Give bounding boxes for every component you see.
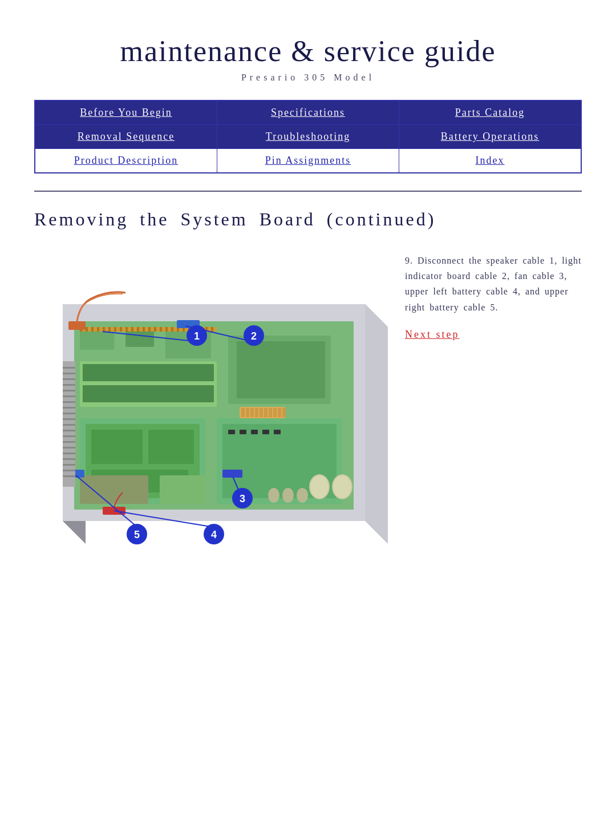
svg-rect-60 xyxy=(63,378,75,380)
nav-cell-removal-sequence: Removal Sequence xyxy=(35,125,217,149)
svg-rect-67 xyxy=(63,418,75,420)
nav-link-pin-assignments[interactable]: Pin Assignments xyxy=(265,155,351,166)
svg-rect-93 xyxy=(273,408,277,417)
svg-rect-86 xyxy=(241,408,245,417)
svg-rect-90 xyxy=(260,408,263,417)
svg-rect-69 xyxy=(63,430,75,431)
svg-rect-16 xyxy=(91,327,94,332)
nav-cell-index: Index xyxy=(399,149,581,173)
svg-rect-15 xyxy=(86,327,88,332)
header: maintenance & service guide Presario 305… xyxy=(34,34,582,83)
svg-rect-95 xyxy=(282,408,286,417)
svg-text:4: 4 xyxy=(211,529,217,540)
instruction-panel: 9. Disconnect the speaker cable 1, light… xyxy=(405,247,582,341)
svg-text:1: 1 xyxy=(194,330,200,342)
nav-link-product-description[interactable]: Product Description xyxy=(74,155,178,166)
svg-rect-47 xyxy=(228,430,235,434)
nav-cell-before-you-begin: Before You Begin xyxy=(35,100,217,125)
svg-rect-73 xyxy=(63,453,75,454)
subtitle: Presario 305 Model xyxy=(34,72,582,83)
svg-rect-20 xyxy=(114,327,116,332)
svg-rect-63 xyxy=(63,395,75,397)
svg-point-82 xyxy=(268,488,279,503)
nav-link-index[interactable]: Index xyxy=(476,155,505,166)
instruction-number: 9. xyxy=(405,256,418,265)
svg-rect-40 xyxy=(91,430,143,464)
section-divider xyxy=(34,191,582,192)
svg-rect-61 xyxy=(63,384,75,386)
svg-rect-68 xyxy=(63,424,75,426)
svg-rect-19 xyxy=(108,327,111,332)
svg-rect-64 xyxy=(63,401,75,403)
svg-rect-54 xyxy=(222,470,242,478)
svg-rect-94 xyxy=(278,408,281,417)
svg-rect-25 xyxy=(143,327,145,332)
svg-rect-72 xyxy=(63,447,75,449)
svg-rect-41 xyxy=(148,430,194,464)
svg-rect-52 xyxy=(68,321,86,330)
instruction-text: 9. Disconnect the speaker cable 1, light… xyxy=(405,253,582,315)
svg-point-83 xyxy=(282,488,294,503)
svg-rect-91 xyxy=(264,408,268,417)
nav-cell-troubleshooting: Troubleshooting xyxy=(217,125,399,149)
svg-rect-50 xyxy=(262,430,269,434)
svg-rect-27 xyxy=(154,327,156,332)
svg-rect-58 xyxy=(63,367,75,369)
svg-rect-6 xyxy=(237,341,325,398)
svg-point-81 xyxy=(333,475,351,498)
svg-rect-11 xyxy=(83,364,214,381)
board-illustration: 1 2 3 4 5 xyxy=(34,247,388,578)
svg-rect-92 xyxy=(269,408,272,417)
nav-cell-battery-operations: Battery Operations xyxy=(399,125,581,149)
nav-cell-pin-assignments: Pin Assignments xyxy=(217,149,399,173)
svg-rect-89 xyxy=(255,408,258,417)
svg-rect-51 xyxy=(274,430,281,434)
svg-rect-17 xyxy=(97,327,99,332)
svg-rect-26 xyxy=(148,327,151,332)
content-area: 1 2 3 4 5 9. Disconnect the speaker cabl… xyxy=(34,247,582,578)
nav-cell-specifications: Specifications xyxy=(217,100,399,125)
svg-point-79 xyxy=(310,475,329,498)
svg-rect-66 xyxy=(63,413,75,414)
svg-rect-62 xyxy=(63,390,75,391)
section-title: Removing the System Board (continued) xyxy=(34,209,582,230)
svg-rect-70 xyxy=(63,435,75,437)
svg-rect-75 xyxy=(63,464,75,466)
svg-rect-65 xyxy=(63,407,75,409)
svg-rect-49 xyxy=(251,430,258,434)
svg-point-84 xyxy=(297,488,308,503)
svg-rect-74 xyxy=(63,458,75,460)
svg-rect-28 xyxy=(160,327,162,332)
svg-rect-29 xyxy=(165,327,168,332)
svg-rect-88 xyxy=(250,408,254,417)
nav-link-specifications[interactable]: Specifications xyxy=(271,107,345,118)
svg-rect-30 xyxy=(171,327,173,332)
nav-link-before-you-begin[interactable]: Before You Begin xyxy=(80,107,172,118)
board-svg: 1 2 3 4 5 xyxy=(34,247,388,578)
nav-link-troubleshooting[interactable]: Troubleshooting xyxy=(266,131,350,142)
svg-rect-76 xyxy=(63,470,75,471)
svg-rect-71 xyxy=(63,441,75,443)
nav-link-battery-operations[interactable]: Battery Operations xyxy=(441,131,539,142)
svg-rect-18 xyxy=(103,327,105,332)
svg-rect-77 xyxy=(63,475,75,477)
svg-rect-44 xyxy=(160,475,205,504)
next-step-link[interactable]: Next step xyxy=(405,329,459,341)
svg-rect-48 xyxy=(240,430,246,434)
svg-rect-23 xyxy=(131,327,133,332)
nav-cell-parts-catalog: Parts Catalog xyxy=(399,100,581,125)
svg-rect-22 xyxy=(125,327,128,332)
svg-rect-12 xyxy=(83,385,214,402)
svg-rect-24 xyxy=(137,327,139,332)
svg-rect-59 xyxy=(63,373,75,374)
navigation-table: Before You Begin Specifications Parts Ca… xyxy=(34,100,582,173)
svg-rect-43 xyxy=(80,475,148,504)
nav-link-parts-catalog[interactable]: Parts Catalog xyxy=(455,107,525,118)
svg-rect-21 xyxy=(120,327,122,332)
svg-marker-2 xyxy=(365,304,388,544)
svg-text:5: 5 xyxy=(134,529,140,540)
svg-text:3: 3 xyxy=(240,493,245,504)
nav-link-removal-sequence[interactable]: Removal Sequence xyxy=(78,131,175,142)
svg-text:2: 2 xyxy=(251,330,257,342)
svg-rect-87 xyxy=(246,408,249,417)
